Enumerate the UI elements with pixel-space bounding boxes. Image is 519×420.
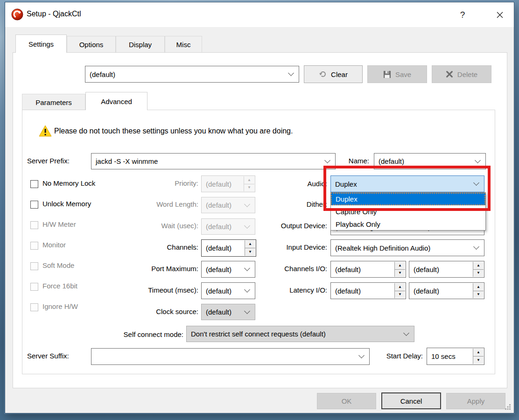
- tab-advanced[interactable]: Advanced: [85, 92, 147, 110]
- help-button[interactable]: ?: [449, 2, 477, 27]
- resize-grip[interactable]: [505, 404, 511, 410]
- clear-icon: [319, 71, 327, 78]
- titlebar[interactable]: Setup - QjackCtl ?: [5, 2, 514, 27]
- ok-button[interactable]: OK: [317, 393, 376, 409]
- delete-icon: [446, 70, 453, 78]
- close-button[interactable]: [486, 2, 514, 27]
- clear-button[interactable]: Clear: [304, 65, 363, 83]
- advanced-tab-pane: [22, 110, 495, 374]
- desktop: Setup - QjackCtl ? Settings Options Disp…: [0, 0, 519, 420]
- save-button[interactable]: Save: [367, 65, 427, 83]
- annotation-highlight: [323, 166, 491, 211]
- qjackctl-app-icon: [11, 8, 23, 21]
- tab-settings-label: Settings: [28, 40, 54, 48]
- clear-button-label: Clear: [331, 70, 348, 78]
- tab-options[interactable]: Options: [67, 36, 116, 53]
- preset-name-combobox[interactable]: (default): [85, 66, 299, 83]
- delete-button[interactable]: Delete: [432, 65, 491, 83]
- window-title: Setup - QjackCtl: [27, 10, 81, 18]
- delete-button-label: Delete: [457, 70, 477, 78]
- save-icon: [383, 70, 391, 78]
- tab-parameters-label: Parameters: [35, 98, 72, 106]
- chevron-down-icon: [288, 70, 294, 76]
- save-button-label: Save: [395, 70, 411, 78]
- tab-parameters[interactable]: Parameters: [22, 94, 85, 110]
- help-icon: ?: [460, 10, 465, 20]
- preset-name-value: (default): [90, 70, 115, 78]
- apply-button-label: Apply: [467, 397, 485, 405]
- cancel-button-label: Cancel: [400, 397, 422, 405]
- cancel-button[interactable]: Cancel: [381, 392, 441, 409]
- tab-settings[interactable]: Settings: [15, 35, 67, 53]
- tab-misc-label: Misc: [176, 41, 191, 49]
- close-icon: [497, 12, 503, 18]
- tab-display[interactable]: Display: [116, 36, 165, 53]
- ok-button-label: OK: [342, 397, 352, 405]
- apply-button[interactable]: Apply: [446, 393, 505, 409]
- tab-advanced-label: Advanced: [101, 98, 132, 105]
- tab-options-label: Options: [79, 41, 104, 49]
- tab-display-label: Display: [129, 41, 152, 49]
- tab-misc[interactable]: Misc: [165, 36, 202, 53]
